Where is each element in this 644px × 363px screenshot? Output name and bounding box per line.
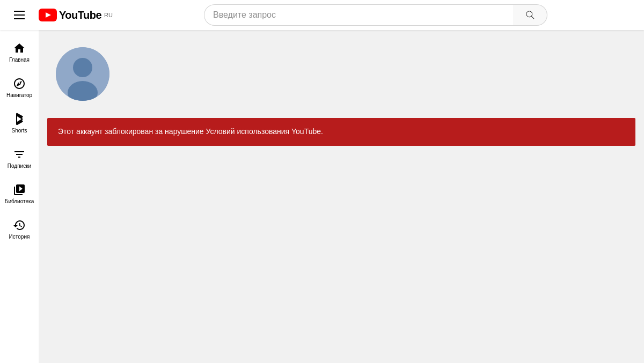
sidebar-home-label: Главная bbox=[9, 57, 30, 63]
library-icon bbox=[13, 183, 26, 196]
sidebar-shorts-label: Shorts bbox=[12, 128, 27, 134]
search-input[interactable] bbox=[204, 4, 513, 26]
avatar bbox=[56, 47, 109, 101]
sidebar-subscriptions-label: Подписки bbox=[8, 163, 31, 169]
sidebar-item-library[interactable]: Библиотека bbox=[1, 176, 38, 210]
header-left: YouTube RU bbox=[9, 4, 116, 26]
youtube-logo-icon bbox=[39, 9, 57, 21]
explore-icon bbox=[13, 77, 26, 90]
home-icon bbox=[13, 42, 26, 55]
sidebar-history-label: История bbox=[9, 234, 30, 240]
history-icon bbox=[13, 219, 26, 232]
channel-header bbox=[47, 39, 635, 109]
header: YouTube RU bbox=[0, 0, 644, 30]
sidebar: Главная Навигатор Shorts Подписки bbox=[0, 30, 39, 363]
sidebar-library-label: Библиотека bbox=[5, 198, 34, 205]
hamburger-button[interactable] bbox=[9, 4, 30, 26]
hamburger-line-2 bbox=[14, 14, 25, 16]
shorts-icon bbox=[13, 113, 26, 125]
sidebar-item-explore[interactable]: Навигатор bbox=[1, 70, 38, 104]
hamburger-line-1 bbox=[14, 11, 25, 12]
avatar-image bbox=[56, 47, 109, 101]
youtube-wordmark: YouTube bbox=[59, 9, 101, 21]
sidebar-explore-label: Навигатор bbox=[6, 92, 32, 99]
blocked-banner: Этот аккаунт заблокирован за нарушение У… bbox=[47, 118, 635, 146]
youtube-region: RU bbox=[104, 12, 113, 18]
subscriptions-icon bbox=[13, 148, 26, 161]
search-icon bbox=[525, 10, 536, 20]
search-button[interactable] bbox=[513, 4, 547, 26]
youtube-logo[interactable]: YouTube RU bbox=[39, 9, 113, 21]
main-content: Этот аккаунт заблокирован за нарушение У… bbox=[39, 30, 644, 363]
search-container bbox=[204, 4, 547, 26]
blocked-message: Этот аккаунт заблокирован за нарушение У… bbox=[58, 127, 323, 136]
header-search-area bbox=[116, 4, 635, 26]
sidebar-item-shorts[interactable]: Shorts bbox=[1, 105, 38, 139]
sidebar-item-home[interactable]: Главная bbox=[1, 34, 38, 69]
hamburger-line-3 bbox=[14, 18, 25, 19]
sidebar-item-subscriptions[interactable]: Подписки bbox=[1, 140, 38, 175]
sidebar-item-history[interactable]: История bbox=[1, 211, 38, 246]
svg-point-3 bbox=[73, 58, 92, 77]
